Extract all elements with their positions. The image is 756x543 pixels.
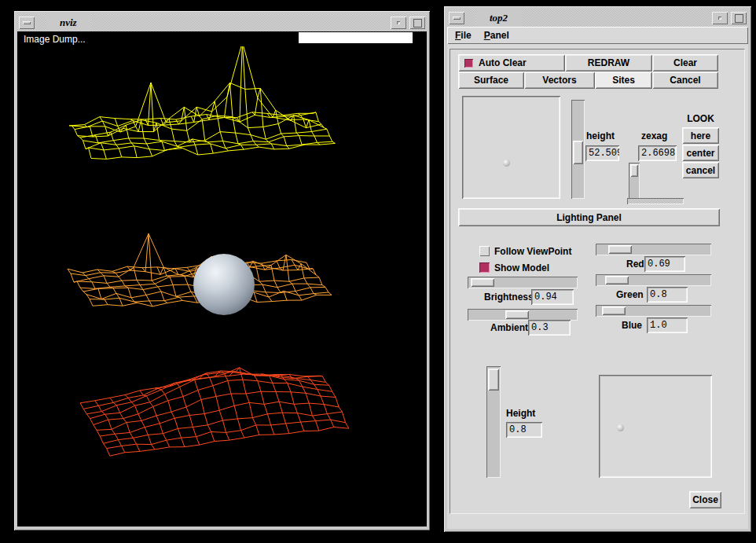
mesh-top bbox=[69, 46, 335, 159]
blue-label: Blue bbox=[622, 320, 642, 331]
look-center-button[interactable]: center bbox=[682, 145, 719, 161]
height-label: height bbox=[586, 130, 615, 141]
green-slider[interactable] bbox=[596, 274, 711, 286]
ambient-slider[interactable] bbox=[468, 309, 578, 321]
ambient-label: Ambient bbox=[490, 322, 528, 333]
clear-button[interactable]: Clear bbox=[652, 54, 718, 72]
sites-button[interactable]: Sites bbox=[595, 72, 652, 89]
light-height-label: Height bbox=[506, 408, 535, 419]
mesh-bottom bbox=[80, 368, 349, 456]
cancel-button[interactable]: Cancel bbox=[652, 72, 718, 89]
maximize-button[interactable] bbox=[409, 17, 425, 29]
light-height-slider-thumb[interactable] bbox=[488, 369, 499, 391]
top2-titlebar[interactable]: top2 bbox=[447, 9, 748, 27]
show-model-label[interactable]: Show Model bbox=[494, 262, 549, 273]
zexag-entry[interactable]: 2.6698 bbox=[638, 145, 677, 161]
menu-file[interactable]: File bbox=[450, 30, 476, 41]
window-menu-icon bbox=[23, 21, 31, 24]
height-entry[interactable]: 52.509 bbox=[585, 145, 619, 161]
ambient-slider-thumb[interactable] bbox=[505, 310, 529, 319]
green-label: Green bbox=[616, 289, 644, 300]
nviz-titlebar[interactable]: nviz bbox=[17, 14, 427, 31]
render-canvas[interactable] bbox=[17, 46, 427, 526]
zexag-slider[interactable] bbox=[629, 163, 640, 199]
view-position-puck[interactable] bbox=[503, 160, 510, 167]
window-menu-icon bbox=[453, 17, 461, 20]
brightness-slider[interactable] bbox=[468, 277, 578, 288]
follow-viewpoint-label[interactable]: Follow ViewPoint bbox=[494, 246, 571, 257]
vectors-button[interactable]: Vectors bbox=[524, 72, 595, 89]
menu-highlight-box bbox=[299, 32, 413, 43]
view-height-slider[interactable] bbox=[571, 100, 585, 199]
look-label: LOOK bbox=[682, 113, 719, 124]
iconify-icon bbox=[397, 21, 400, 24]
red-label: Red bbox=[626, 259, 644, 270]
auto-clear-button[interactable]: Auto Clear bbox=[458, 54, 565, 72]
light-height-slider[interactable] bbox=[486, 366, 501, 478]
ambient-entry[interactable]: 0.3 bbox=[528, 320, 571, 336]
light-height-entry[interactable]: 0.8 bbox=[506, 422, 542, 438]
view-position-pad[interactable] bbox=[462, 96, 560, 199]
blue-entry[interactable]: 1.0 bbox=[647, 317, 688, 333]
nviz-menubar: Image Dump... bbox=[17, 31, 427, 46]
green-slider-thumb[interactable] bbox=[605, 276, 629, 284]
show-model-checkbox[interactable] bbox=[479, 262, 490, 273]
light-model-sphere bbox=[193, 254, 255, 315]
blue-slider-thumb[interactable] bbox=[602, 306, 626, 315]
red-slider-thumb[interactable] bbox=[608, 245, 632, 254]
blue-slider[interactable] bbox=[596, 305, 711, 317]
menu-panel[interactable]: Panel bbox=[479, 30, 514, 41]
brightness-entry[interactable]: 0.94 bbox=[531, 289, 574, 305]
light-position-puck[interactable] bbox=[617, 424, 624, 431]
surface-button[interactable]: Surface bbox=[458, 72, 524, 89]
top2-content: Auto Clear REDRAW Clear Surface Vectors … bbox=[447, 44, 748, 529]
window-menu-button[interactable] bbox=[449, 12, 464, 24]
maximize-icon bbox=[413, 19, 422, 28]
nviz-window-title: nviz bbox=[46, 14, 91, 31]
maximize-button[interactable] bbox=[731, 12, 747, 24]
look-cancel-button[interactable]: cancel bbox=[682, 162, 719, 178]
zexag-slider-thumb[interactable] bbox=[630, 164, 638, 177]
red-entry[interactable]: 0.69 bbox=[644, 256, 685, 272]
iconify-icon bbox=[718, 17, 721, 20]
top2-window: top2 File Panel Auto Clear REDRAW Clear … bbox=[444, 6, 751, 532]
maximize-icon bbox=[735, 14, 743, 23]
top2-menubar: File Panel bbox=[447, 27, 748, 44]
desktop: { "colors": { "mesh_top": "#ffff00", "me… bbox=[0, 0, 756, 543]
close-button[interactable]: Close bbox=[689, 491, 721, 508]
brightness-slider-thumb[interactable] bbox=[471, 278, 494, 287]
look-here-button[interactable]: here bbox=[682, 127, 719, 144]
iconify-button[interactable] bbox=[391, 17, 406, 29]
brightness-label: Brightness bbox=[484, 292, 534, 303]
top2-window-title: top2 bbox=[475, 9, 522, 27]
green-entry[interactable]: 0.8 bbox=[647, 287, 688, 303]
lighting-panel-header: Lighting Panel bbox=[458, 208, 720, 226]
auto-clear-indicator bbox=[464, 59, 473, 68]
red-slider[interactable] bbox=[596, 244, 711, 255]
iconify-button[interactable] bbox=[712, 12, 728, 24]
menu-item-image-dump[interactable]: Image Dump... bbox=[17, 34, 86, 45]
mini-scrollbar[interactable] bbox=[627, 198, 684, 204]
view-height-slider-thumb[interactable] bbox=[573, 141, 583, 164]
window-menu-button[interactable] bbox=[19, 17, 35, 29]
redraw-button[interactable]: REDRAW bbox=[565, 54, 652, 72]
auto-clear-label: Auto Clear bbox=[479, 57, 527, 68]
follow-viewpoint-checkbox[interactable] bbox=[479, 246, 490, 256]
nviz-window: nviz Image Dump... bbox=[14, 11, 430, 530]
light-position-pad[interactable] bbox=[599, 375, 712, 478]
zexag-label: zexag bbox=[641, 130, 667, 141]
